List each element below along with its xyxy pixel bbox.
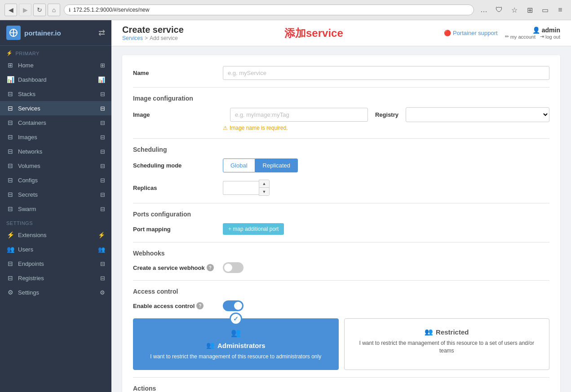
sidebar-item-stacks[interactable]: ⊟Stacks ⊟ (0, 87, 111, 101)
shield-button[interactable]: 🛡 (493, 4, 505, 16)
sidebar-item-label: Home (18, 62, 34, 69)
support-icon: 🔴 (444, 30, 451, 36)
my-account-link[interactable]: ✏ my account (505, 34, 536, 40)
refresh-button[interactable]: ↻ (33, 4, 46, 16)
name-control (223, 66, 549, 80)
browser-action-buttons: … 🛡 ☆ ⊞ ▭ ≡ (478, 4, 567, 16)
replicas-decrement[interactable]: ▼ (259, 188, 269, 195)
sidebar-item-label: Swarm (18, 206, 36, 212)
restricted-card-title: 👥 Restricted (352, 328, 542, 336)
global-mode-button[interactable]: Global (223, 159, 255, 172)
browser-nav-buttons: ◀ ▶ ↻ ⌂ (4, 4, 60, 16)
browser-chrome: ◀ ▶ ↻ ⌂ ℹ 172.25.1.2:9000/#/services/new… (0, 0, 571, 20)
admin-card-icon: 👥 (141, 328, 331, 338)
user-name: 👤 admin (532, 26, 560, 34)
sidebar-item-registries[interactable]: ⊟Registries ⊟ (0, 271, 111, 285)
tab-button[interactable]: ▭ (539, 4, 551, 16)
name-input[interactable] (223, 66, 549, 80)
home-button[interactable]: ⌂ (48, 4, 60, 16)
scheduling-section-title: Scheduling (133, 146, 549, 153)
webhooks-section-title: Webhooks (133, 250, 549, 257)
sidebar-item-images[interactable]: ⊟Images ⊟ (0, 130, 111, 144)
home-nav-icon: ⊞ (100, 62, 105, 69)
sidebar-item-services[interactable]: ⊟Services ⊟ (0, 101, 111, 115)
images-icon: ⊟ (6, 133, 14, 141)
dashboard-icon: 📊 (6, 76, 14, 83)
containers-icon: ⊟ (6, 119, 14, 126)
logout-icon: ⇥ (540, 34, 544, 40)
sidebar-item-dashboard[interactable]: 📊Dashboard 📊 (0, 72, 111, 87)
library-button[interactable]: ⊞ (523, 4, 536, 16)
access-help-icon[interactable]: ? (196, 302, 204, 309)
sidebar-item-swarm[interactable]: ⊟Swarm ⊟ (0, 202, 111, 216)
forward-button[interactable]: ▶ (19, 4, 31, 16)
scheduling-mode-label: Scheduling mode (133, 162, 223, 169)
sidebar-item-configs[interactable]: ⊟Configs ⊟ (0, 173, 111, 187)
sidebar-item-label: Containers (18, 119, 46, 126)
restricted-card[interactable]: 👥 Restricted I want to restrict the mana… (344, 318, 550, 370)
webhook-help-icon[interactable]: ? (207, 264, 214, 271)
url-text: 172.25.1.2:9000/#/services/new (73, 7, 469, 13)
access-control-cards: ✓ 👥 👥 Administrators I want to restrict … (133, 318, 549, 370)
page-title: Create service (122, 25, 184, 35)
configs-nav-icon: ⊟ (100, 177, 105, 184)
app-layout: portainer.io ⇄ PRIMARY ⊞Home ⊞ 📊Dashboar… (0, 20, 571, 392)
access-control-toggle[interactable] (223, 300, 243, 311)
networks-nav-icon: ⊟ (100, 148, 105, 155)
replicas-spinners: ▲ ▼ (259, 180, 270, 196)
ports-section-title: Ports configuration (133, 211, 549, 218)
pencil-icon: ✏ (505, 34, 509, 40)
secrets-nav-icon: ⊟ (100, 191, 105, 198)
check-badge: ✓ (230, 313, 242, 325)
sidebar-item-label: Stacks (18, 91, 35, 97)
sidebar-item-endpoints[interactable]: ⊟Endpoints ⊟ (0, 256, 111, 271)
sidebar-item-containers[interactable]: ⊟Containers ⊟ (0, 115, 111, 130)
registry-label: Registry (375, 111, 398, 118)
support-link[interactable]: 🔴 Portainer support (444, 30, 498, 36)
back-button[interactable]: ◀ (4, 4, 17, 16)
replicas-input[interactable]: 1 (223, 181, 259, 195)
access-control-group: Enable access control ? (133, 300, 549, 311)
webhook-toggle[interactable] (223, 262, 243, 273)
sidebar: portainer.io ⇄ PRIMARY ⊞Home ⊞ 📊Dashboar… (0, 20, 111, 392)
registries-nav-icon: ⊟ (100, 275, 105, 282)
replicas-increment[interactable]: ▲ (259, 180, 269, 188)
image-input[interactable] (230, 108, 368, 122)
star-button[interactable]: ☆ (508, 4, 521, 16)
sidebar-item-label: Volumes (18, 163, 40, 169)
actions-section-title: Actions (133, 385, 549, 392)
url-bar[interactable]: ℹ 172.25.1.2:9000/#/services/new (64, 4, 474, 15)
replicated-mode-button[interactable]: Replicated (255, 159, 298, 172)
breadcrumb-services-link[interactable]: Services (122, 35, 143, 41)
sidebar-item-label: Settings (18, 289, 39, 296)
menu-button[interactable]: ≡ (554, 4, 567, 16)
sidebar-item-home[interactable]: ⊞Home ⊞ (0, 58, 111, 72)
registries-icon: ⊟ (6, 274, 14, 282)
user-links: ✏ my account ⇥ log out (505, 34, 560, 40)
stacks-nav-icon: ⊟ (100, 91, 105, 97)
map-additional-port-button[interactable]: + map additional port (223, 223, 284, 235)
sidebar-item-label: Registries (18, 275, 44, 282)
user-section: 👤 admin ✏ my account ⇥ log out (505, 26, 560, 40)
divider-2 (133, 138, 549, 139)
settings-nav-icon: ⚙ (100, 289, 105, 296)
networks-icon: ⊟ (6, 148, 14, 155)
sidebar-toggle[interactable]: ⇄ (98, 28, 105, 38)
sidebar-item-settings[interactable]: ⚙Settings ⚙ (0, 285, 111, 300)
sidebar-item-volumes[interactable]: ⊟Volumes ⊟ (0, 159, 111, 173)
divider-6 (133, 377, 549, 378)
replicas-label: Replicas (133, 185, 223, 191)
administrators-card[interactable]: ✓ 👥 👥 Administrators I want to restrict … (133, 318, 339, 370)
sidebar-item-extensions[interactable]: ⚡Extensions ⚡ (0, 228, 111, 242)
replicas-input-wrap: 1 ▲ ▼ (223, 180, 270, 196)
registry-select[interactable] (406, 107, 549, 122)
log-out-link[interactable]: ⇥ log out (540, 34, 560, 40)
sidebar-item-networks[interactable]: ⊟Networks ⊟ (0, 144, 111, 159)
image-row: Image Registry (133, 107, 549, 122)
image-error-area: ⚠ Image name is required. (223, 125, 549, 131)
users-nav-icon: 👥 (98, 246, 105, 253)
sidebar-item-users[interactable]: 👥Users 👥 (0, 242, 111, 256)
sidebar-item-secrets[interactable]: ⊟Secrets ⊟ (0, 187, 111, 202)
extensions-icon: ⚡ (6, 231, 14, 238)
more-button[interactable]: … (478, 4, 490, 16)
